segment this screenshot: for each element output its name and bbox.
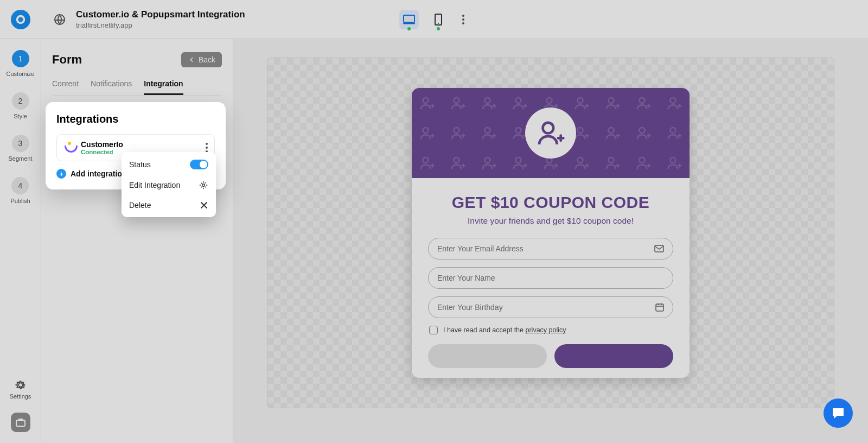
name-field[interactable]: Enter Your Name — [428, 267, 673, 289]
publish-shortcut-button[interactable] — [11, 413, 30, 432]
page-title-block: Customer.io & Popupsmart Integration tri… — [76, 9, 245, 29]
customerio-logo-icon — [63, 142, 75, 154]
integration-dropdown: Status Edit Integration Delete — [122, 152, 216, 217]
svg-point-10 — [516, 98, 521, 103]
svg-point-27 — [485, 157, 490, 163]
page-subtitle: trialfirst.netlify.app — [76, 21, 245, 29]
svg-point-16 — [423, 128, 429, 133]
form-panel: Form Back Content Notifications Integrat… — [41, 39, 233, 443]
svg-point-32 — [639, 157, 644, 163]
svg-point-31 — [608, 157, 614, 163]
svg-point-15 — [670, 98, 675, 103]
svg-point-28 — [516, 157, 521, 163]
popup-hero: /*pattern generated below*/ — [412, 88, 690, 178]
device-switcher — [399, 10, 469, 29]
more-menu-button[interactable] — [458, 15, 469, 24]
chat-icon — [831, 406, 846, 420]
svg-point-24 — [670, 128, 675, 133]
popup-secondary-button[interactable] — [428, 344, 547, 368]
app-logo[interactable] — [11, 10, 30, 29]
gear-icon — [15, 379, 27, 391]
integration-status: Connected — [81, 149, 123, 155]
close-icon — [200, 201, 208, 210]
svg-point-33 — [670, 157, 675, 163]
status-dot — [407, 27, 411, 30]
popup-subhead: Invite your friends and get $10 coupon c… — [428, 216, 673, 226]
gear-icon — [199, 180, 208, 190]
arrow-left-icon — [188, 56, 195, 64]
popup-headline: GET $10 COUPON CODE — [428, 193, 673, 212]
integrations-heading: Integrations — [56, 113, 215, 125]
tab-integration[interactable]: Integration — [144, 79, 183, 95]
device-mobile-button[interactable] — [429, 10, 448, 29]
dropdown-delete[interactable]: Delete — [122, 195, 216, 215]
step-rail: 1 Customize 2 Style 3 Segment 4 Publish … — [0, 39, 41, 443]
svg-point-12 — [577, 98, 583, 103]
tab-notifications[interactable]: Notifications — [91, 79, 132, 95]
popup-primary-button[interactable] — [554, 344, 673, 368]
step-customize[interactable]: 1 Customize — [7, 50, 35, 77]
user-add-icon — [525, 107, 576, 159]
popup-buttons — [428, 344, 673, 368]
svg-point-8 — [454, 98, 459, 103]
svg-point-26 — [454, 157, 459, 163]
back-button[interactable]: Back — [181, 52, 222, 67]
step-style[interactable]: 2 Style — [12, 92, 29, 119]
svg-point-23 — [639, 128, 644, 133]
svg-point-30 — [577, 157, 583, 163]
device-desktop-button[interactable] — [399, 10, 419, 29]
briefcase-icon — [16, 418, 25, 427]
integration-name: CustomerIo — [81, 140, 123, 149]
svg-rect-36 — [656, 304, 663, 311]
dropdown-status[interactable]: Status — [122, 154, 216, 175]
status-toggle[interactable] — [190, 160, 208, 169]
svg-point-25 — [423, 157, 429, 163]
svg-point-34 — [543, 123, 554, 134]
consent-checkbox[interactable] — [429, 326, 438, 334]
svg-point-17 — [454, 128, 459, 133]
svg-point-18 — [485, 128, 490, 133]
svg-point-37 — [202, 184, 205, 187]
svg-point-11 — [546, 98, 552, 103]
step-publish[interactable]: 4 Publish — [10, 177, 30, 204]
svg-rect-2 — [404, 15, 414, 22]
svg-point-14 — [639, 98, 644, 103]
step-segment[interactable]: 3 Segment — [8, 135, 32, 162]
svg-point-21 — [577, 128, 583, 133]
integration-menu-button[interactable] — [206, 143, 208, 153]
topbar: Customer.io & Popupsmart Integration tri… — [0, 0, 868, 39]
consent-row[interactable]: I have read and accept the privacy polic… — [428, 326, 673, 334]
svg-point-5 — [438, 23, 439, 24]
birthday-field[interactable]: Enter Your Birthday — [428, 296, 673, 318]
plus-icon: + — [56, 169, 66, 179]
preview-frame: /*pattern generated below*/ GET $10 COUP… — [267, 58, 834, 408]
panel-title: Form — [52, 53, 82, 67]
dropdown-edit[interactable]: Edit Integration — [122, 175, 216, 195]
svg-point-7 — [423, 98, 429, 103]
email-field[interactable]: Enter Your Email Address — [428, 238, 673, 260]
page-title: Customer.io & Popupsmart Integration — [76, 9, 245, 20]
privacy-link[interactable]: privacy policy — [526, 326, 566, 334]
svg-point-1 — [18, 17, 23, 22]
preview-canvas: /*pattern generated below*/ GET $10 COUP… — [233, 39, 868, 443]
tab-content[interactable]: Content — [52, 79, 79, 95]
globe-icon[interactable] — [54, 14, 65, 25]
mail-icon — [654, 245, 664, 252]
svg-point-9 — [485, 98, 490, 103]
svg-rect-6 — [16, 420, 25, 426]
calendar-icon — [655, 303, 664, 312]
consent-text: I have read and accept the privacy polic… — [443, 326, 566, 334]
status-dot — [437, 27, 440, 30]
svg-rect-35 — [655, 245, 663, 252]
chat-fab[interactable] — [824, 398, 853, 428]
svg-point-13 — [608, 98, 614, 103]
svg-point-22 — [608, 128, 614, 133]
settings-button[interactable]: Settings — [10, 379, 31, 400]
svg-point-19 — [516, 128, 521, 133]
panel-tabs: Content Notifications Integration — [52, 79, 222, 96]
popup-preview: /*pattern generated below*/ GET $10 COUP… — [412, 88, 690, 378]
svg-rect-3 — [403, 23, 415, 24]
